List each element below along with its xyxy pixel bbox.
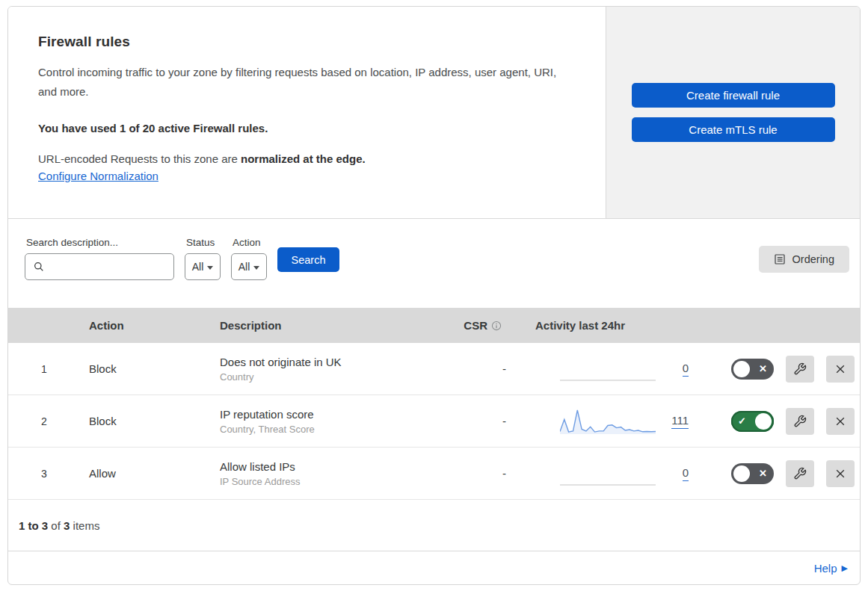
normalization-text-bold: normalized at the edge. [241, 152, 366, 165]
csr-header-label: CSR [464, 319, 487, 332]
chevron-down-icon [253, 266, 259, 270]
rule-number: 3 [8, 468, 80, 480]
pagination-of: of [48, 519, 64, 532]
rule-action: Block [80, 415, 209, 427]
rule-enabled-toggle[interactable]: ✕ [731, 463, 774, 484]
search-icon [33, 261, 45, 273]
activity-count-link[interactable]: 0 [683, 466, 689, 481]
firewall-rules-card: Firewall rules Control incoming traffic … [7, 6, 861, 585]
activity-sparkline [560, 408, 656, 435]
search-button[interactable]: Search [277, 247, 339, 272]
wrench-icon [793, 415, 807, 428]
info-icon[interactable] [491, 321, 502, 331]
search-input[interactable] [49, 261, 161, 273]
table-row: 1 Block Does not originate in UK Country… [8, 343, 860, 395]
delete-rule-button[interactable] [826, 356, 855, 383]
rule-description-cell: IP reputation score Country, Threat Scor… [209, 408, 449, 435]
rule-csr-value: - [449, 362, 517, 375]
header-section: Firewall rules Control incoming traffic … [8, 7, 860, 219]
delete-rule-button[interactable] [826, 408, 855, 435]
rule-number: 1 [8, 363, 80, 375]
rule-enabled-toggle[interactable]: ✓ [731, 411, 774, 432]
search-label: Search description... [26, 237, 174, 248]
close-icon [834, 415, 846, 427]
status-select[interactable]: All [185, 253, 221, 280]
page-title: Firewall rules [38, 34, 576, 50]
column-header-action: Action [80, 319, 209, 332]
rule-csr-value: - [449, 415, 517, 427]
rule-activity-cell: 111 [517, 408, 700, 435]
status-label: Status [186, 237, 221, 248]
filter-bar: Search description... Status All Action … [8, 219, 860, 308]
rule-description: Does not originate in UK [220, 356, 449, 368]
rule-criteria: IP Source Address [220, 476, 449, 487]
action-select[interactable]: All [231, 253, 267, 280]
activity-count-link[interactable]: 0 [683, 362, 689, 377]
arrow-right-icon: ▶ [842, 563, 848, 573]
pagination-items-word: items [70, 519, 99, 532]
rule-description: Allow listed IPs [220, 460, 449, 473]
table-row: 2 Block IP reputation score Country, Thr… [8, 395, 860, 448]
rule-controls: ✓ [700, 408, 860, 435]
configure-normalization-link[interactable]: Configure Normalization [38, 170, 158, 182]
rule-criteria: Country [220, 371, 449, 383]
page-description: Control incoming traffic to your zone by… [38, 63, 570, 102]
header-actions-panel: Create firewall rule Create mTLS rule [606, 7, 860, 218]
rule-action: Block [80, 362, 209, 375]
ordering-button-label: Ordering [792, 253, 834, 265]
column-header-csr: CSR [449, 319, 517, 332]
normalization-text-plain: URL-encoded Requests to this zone are [38, 152, 241, 165]
column-header-description: Description [209, 319, 449, 332]
ordering-button[interactable]: Ordering [759, 246, 849, 273]
rule-controls: ✕ [700, 460, 860, 487]
rule-criteria: Country, Threat Score [220, 424, 449, 435]
activity-sparkline [560, 460, 656, 487]
rule-number: 2 [8, 415, 80, 427]
help-row: Help ▶ [8, 551, 860, 585]
activity-count-link[interactable]: 111 [671, 414, 689, 429]
usage-text: You have used 1 of 20 active Firewall ru… [38, 122, 576, 134]
toggle-knob [733, 465, 750, 482]
rule-description-cell: Does not originate in UK Country [209, 356, 449, 383]
ordering-list-icon [774, 253, 786, 265]
rule-enabled-toggle[interactable]: ✕ [731, 359, 774, 380]
edit-rule-button[interactable] [786, 356, 814, 383]
delete-rule-button[interactable] [826, 460, 855, 487]
status-select-value: All [192, 261, 204, 273]
search-box[interactable] [25, 253, 174, 280]
rule-description-cell: Allow listed IPs IP Source Address [209, 460, 449, 487]
action-select-value: All [238, 261, 250, 273]
chevron-down-icon [207, 266, 213, 270]
help-link[interactable]: Help ▶ [814, 562, 848, 575]
table-row: 3 Allow Allow listed IPs IP Source Addre… [8, 448, 860, 500]
help-link-label: Help [814, 562, 837, 575]
create-firewall-rule-button[interactable]: Create firewall rule [632, 83, 835, 108]
toggle-state-icon: ✕ [759, 468, 767, 479]
create-mtls-rule-button[interactable]: Create mTLS rule [632, 117, 835, 142]
rule-activity-cell: 0 [517, 460, 700, 487]
header-text-panel: Firewall rules Control incoming traffic … [8, 7, 606, 218]
toggle-state-icon: ✕ [759, 363, 767, 374]
rule-controls: ✕ [700, 356, 860, 383]
pagination-range: 1 to 3 [19, 519, 48, 532]
edit-rule-button[interactable] [786, 408, 814, 435]
normalization-text: URL-encoded Requests to this zone are no… [38, 152, 576, 165]
wrench-icon [793, 467, 807, 480]
edit-rule-button[interactable] [786, 460, 814, 487]
table-header: Action Description CSR Activity last 24h… [8, 308, 860, 343]
column-header-activity: Activity last 24hr [517, 319, 700, 332]
action-label: Action [233, 237, 267, 248]
toggle-state-icon: ✓ [738, 415, 746, 427]
toggle-knob [755, 413, 772, 430]
rule-action: Allow [80, 467, 209, 480]
rule-description: IP reputation score [220, 408, 449, 421]
pagination-status: 1 to 3 of 3 items [8, 500, 860, 551]
rule-activity-cell: 0 [517, 356, 700, 383]
table-body: 1 Block Does not originate in UK Country… [8, 343, 860, 500]
close-icon [834, 468, 846, 480]
rule-csr-value: - [449, 467, 517, 480]
activity-sparkline [560, 356, 656, 383]
toggle-knob [733, 361, 750, 377]
close-icon [834, 363, 846, 375]
wrench-icon [793, 362, 807, 376]
